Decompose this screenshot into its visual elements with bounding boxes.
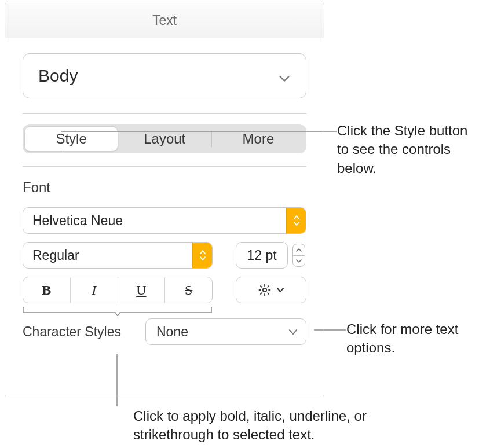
font-size-field[interactable]: 12 pt (236, 242, 288, 269)
font-size-stepper (292, 244, 305, 267)
paragraph-style-popup[interactable]: Body (23, 53, 306, 98)
paragraph-style-value: Body (38, 66, 78, 86)
stepper-up-button[interactable] (292, 244, 305, 255)
divider (23, 113, 306, 114)
callout-biu: Click to apply bold, italic, underline, … (133, 407, 411, 445)
font-family-value: Helvetica Neue (23, 213, 286, 229)
advanced-options-button[interactable] (236, 277, 306, 303)
gear-icon (258, 283, 272, 297)
callout-style-tab: Click the Style button to see the contro… (337, 122, 476, 178)
character-styles-label: Character Styles (23, 324, 133, 340)
strikethrough-button[interactable]: S (164, 277, 212, 303)
text-style-buttons: B I U S (23, 277, 213, 303)
updown-icon (286, 208, 306, 233)
chevron-down-icon (278, 69, 291, 82)
svg-point-0 (263, 288, 266, 292)
font-weight-value: Regular (23, 248, 192, 263)
bold-button[interactable]: B (23, 277, 70, 303)
stepper-down-button[interactable] (292, 255, 305, 267)
bracket-indicator (23, 306, 213, 316)
character-styles-popup[interactable]: None (145, 318, 306, 345)
character-styles-value: None (156, 324, 188, 340)
panel-title: Text (5, 3, 324, 38)
callout-gear: Click for more text options. (346, 320, 474, 358)
chevron-down-icon (288, 328, 298, 335)
text-inspector-panel: Text Body Style Layout More Font Helveti… (5, 3, 324, 396)
underline-button[interactable]: U (118, 277, 165, 303)
divider (23, 166, 306, 167)
font-size-group: 12 pt (236, 242, 305, 269)
chevron-down-icon (276, 287, 284, 293)
font-weight-popup[interactable]: Regular (23, 242, 213, 269)
panel-title-text: Text (152, 13, 177, 28)
font-size-value: 12 pt (247, 248, 276, 263)
italic-button[interactable]: I (70, 277, 118, 303)
updown-icon (192, 243, 212, 268)
font-section-label: Font (23, 179, 306, 196)
font-family-popup[interactable]: Helvetica Neue (23, 207, 306, 234)
